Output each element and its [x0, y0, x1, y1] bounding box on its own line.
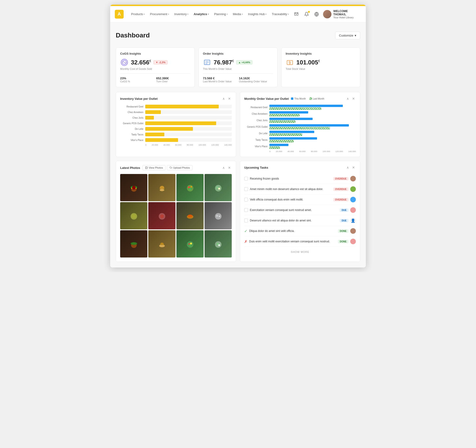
- svg-point-42: [190, 243, 192, 244]
- nav-items: Products ▾ Procurement ▾ Inventory ▾ Ana…: [129, 11, 291, 17]
- photo-item[interactable]: [204, 230, 232, 258]
- notification-badge: [308, 11, 310, 13]
- nav-planning[interactable]: Planning ▾: [212, 11, 230, 17]
- food-image: [214, 183, 223, 192]
- photo-item[interactable]: [120, 174, 147, 201]
- task-text: Amet minim mollit non deserunt ullamco e…: [250, 188, 331, 191]
- nav-products[interactable]: Products ▾: [129, 11, 147, 17]
- close-button[interactable]: ✕: [351, 96, 356, 101]
- chevron-down-icon: ▾: [355, 34, 356, 37]
- app-logo[interactable]: A: [115, 10, 124, 19]
- nav-traceability[interactable]: Traceability ▾: [269, 11, 291, 17]
- nav-insights-hub[interactable]: Insights Hub ▾: [246, 11, 269, 17]
- photo-item[interactable]: [148, 202, 176, 229]
- svg-point-20: [188, 186, 190, 188]
- error-icon: ✗: [244, 239, 247, 244]
- dual-bar-row: Vitor's Place: [244, 144, 356, 149]
- customize-button[interactable]: Customize ▾: [335, 32, 360, 39]
- charts-row: Inventory Value per Outlet ∧ ✕ Restauran…: [116, 92, 360, 157]
- task-checkbox[interactable]: [244, 198, 248, 201]
- bar-fill: [145, 110, 161, 114]
- chevron-down-icon: ▾: [144, 13, 145, 15]
- task-text: Duis enim velit mollit exercitation veni…: [249, 240, 336, 243]
- messages-icon[interactable]: [293, 11, 300, 18]
- x-axis-labels: 020.00040.00060.00080.000100.000120.0001…: [244, 150, 356, 153]
- avatar: 👤: [350, 218, 356, 223]
- photo-item[interactable]: [204, 174, 232, 201]
- image-icon: [145, 166, 148, 169]
- collapse-button[interactable]: ∧: [346, 165, 350, 170]
- photo-item[interactable]: [176, 202, 204, 229]
- photo-item[interactable]: [204, 202, 232, 229]
- chart-legend: This Month Last Month: [291, 98, 324, 100]
- collapse-button[interactable]: ∧: [221, 165, 226, 170]
- dual-bar-row: De Lelie: [244, 131, 356, 136]
- photos-title: Latest Photos: [120, 166, 140, 170]
- avatar: [350, 186, 356, 192]
- photo-item[interactable]: [120, 202, 147, 229]
- inventory-value: 101.005€: [296, 59, 320, 66]
- checkmark-icon: ✓: [244, 229, 247, 233]
- task-checkbox[interactable]: [244, 177, 248, 180]
- task-row: Amet minim mollit non deserunt ullamco e…: [244, 184, 356, 195]
- navbar: A Products ▾ Procurement ▾ Inventory ▾ A…: [110, 6, 366, 22]
- food-image: [157, 211, 167, 220]
- nav-analytics[interactable]: Analytics ▾: [191, 11, 211, 17]
- nav-procurement[interactable]: Procurement ▾: [147, 11, 171, 17]
- monthly-chart-widget: Monthly Order Value per Outlet This Mont…: [240, 92, 360, 157]
- task-row: Deserunt ullamco est sit aliqua dolor do…: [244, 215, 356, 226]
- close-button[interactable]: ✕: [351, 165, 356, 170]
- bottom-row: Latest Photos View Photos Upload Photos: [116, 161, 360, 262]
- task-checkbox[interactable]: [244, 208, 248, 212]
- nav-media[interactable]: Media ▾: [231, 11, 245, 17]
- svg-point-22: [189, 188, 191, 190]
- upload-photos-button[interactable]: Upload Photos: [167, 165, 193, 170]
- page-header: Dashboard Customize ▾: [116, 28, 360, 43]
- photo-item[interactable]: [176, 174, 204, 201]
- close-button[interactable]: ✕: [227, 165, 232, 170]
- globe-icon[interactable]: [313, 11, 321, 18]
- chevron-down-icon: ▾: [288, 13, 289, 15]
- collapse-button[interactable]: ∧: [221, 96, 226, 101]
- svg-point-35: [216, 215, 218, 217]
- avatar: [350, 197, 356, 202]
- task-row: Exercitation veniam consequat sunt nostr…: [244, 205, 356, 215]
- svg-rect-28: [131, 216, 136, 216]
- bar-fill: [145, 105, 219, 108]
- avatar: [350, 207, 356, 213]
- task-text: Exercitation veniam consequat sunt nostr…: [250, 208, 338, 212]
- food-image: [157, 183, 167, 192]
- chevron-down-icon: ▾: [227, 13, 228, 15]
- svg-point-18: [160, 189, 164, 191]
- photo-item[interactable]: [120, 230, 147, 258]
- user-info[interactable]: WELCOME THOMAS, Your Hotel Library: [323, 10, 361, 19]
- collapse-button[interactable]: ∧: [346, 96, 350, 101]
- svg-point-12: [146, 167, 146, 168]
- task-checkbox[interactable]: [244, 219, 248, 222]
- task-text: Receiving frozen goods: [250, 177, 331, 180]
- avatar: [350, 228, 356, 234]
- last-month-legend: [310, 98, 312, 100]
- cogs-title: CoGS Insights: [120, 52, 190, 55]
- photo-item[interactable]: [148, 230, 176, 258]
- nav-inventory[interactable]: Inventory ▾: [172, 11, 191, 17]
- this-month-legend: [291, 98, 293, 100]
- bar-row: Vitor's Place: [120, 138, 232, 142]
- inventory-chart-widget: Inventory Value per Outlet ∧ ✕ Restauran…: [116, 92, 236, 157]
- close-button[interactable]: ✕: [227, 96, 232, 101]
- orders-card: Order Insights 76.987€ ▲: [198, 47, 278, 87]
- notifications-icon[interactable]: [303, 11, 310, 18]
- cogs-value: 32.656€: [131, 59, 151, 66]
- bar-row: Generic POS Outlet: [120, 121, 232, 125]
- show-more-button[interactable]: SHOW MORE: [244, 248, 356, 256]
- task-checkbox[interactable]: [244, 187, 248, 191]
- view-photos-button[interactable]: View Photos: [142, 165, 165, 170]
- avatar: [350, 176, 356, 181]
- dual-bar-row: Chez Anneleen: [244, 111, 356, 116]
- photo-item[interactable]: [148, 174, 176, 201]
- task-row: ✓ Dliqua dolor do amet sint velit offici…: [244, 226, 356, 236]
- svg-point-41: [188, 243, 190, 245]
- avatar: [350, 239, 356, 244]
- photo-item[interactable]: [176, 230, 204, 258]
- chevron-down-icon: ▾: [242, 13, 243, 15]
